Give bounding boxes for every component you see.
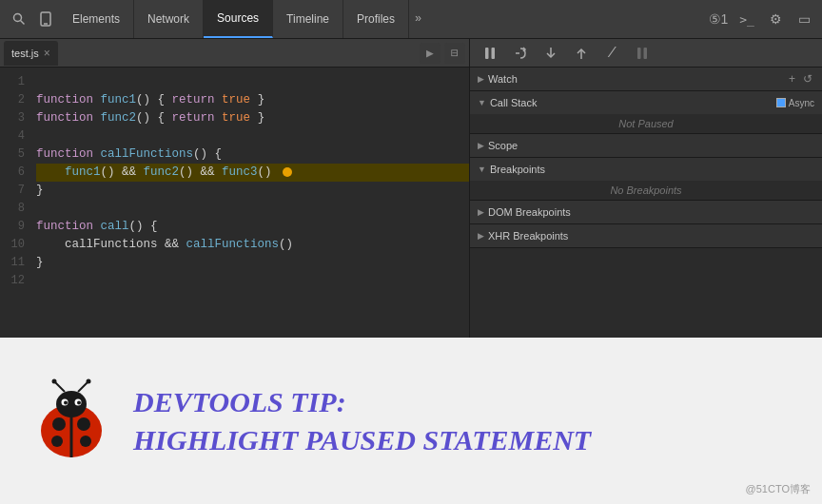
xhr-breakpoints-header[interactable]: ▶ XHR Breakpoints <box>470 224 822 247</box>
xhr-breakpoints-arrow: ▶ <box>478 231 484 241</box>
watch-section: ▶ Watch + ↺ <box>470 68 822 91</box>
svg-line-23 <box>78 382 88 392</box>
breakpoints-arrow: ▼ <box>478 165 486 174</box>
tab-profiles[interactable]: Profiles <box>343 0 409 38</box>
file-tabs-bar: test.js × ▶ ⊟ <box>0 39 469 68</box>
console-icon[interactable]: >_ <box>734 7 759 31</box>
pause-on-exceptions-btn[interactable] <box>630 41 655 66</box>
toolbar-right-controls: ⑤1 >_ ⚙ ▭ <box>706 7 816 31</box>
step-out-btn[interactable] <box>569 41 594 66</box>
debug-panel: ⁄ ▶ Watch + ↺ <box>470 39 822 338</box>
scope-section-header[interactable]: ▶ Scope <box>470 134 822 157</box>
tip-title: DevTools Tip: <box>133 385 591 419</box>
format-btn[interactable]: ⊟ <box>444 43 465 64</box>
scope-title: Scope <box>488 140 814 151</box>
watch-section-header[interactable]: ▶ Watch + ↺ <box>470 68 822 90</box>
dom-breakpoints-title: DOM Breakpoints <box>488 206 814 218</box>
code-line-9: function call() { <box>36 218 469 236</box>
tip-section: DevTools Tip: Highlight Paused Statement <box>0 338 822 504</box>
svg-line-22 <box>55 382 65 392</box>
ladybug-illustration <box>29 378 114 464</box>
deactivate-breakpoints-btn[interactable]: ⁄ <box>599 41 624 66</box>
svg-point-0 <box>14 14 22 22</box>
async-check[interactable] <box>776 98 786 107</box>
devtools-panel: test.js × ▶ ⊟ 1 2 3 4 5 6 7 8 9 10 11 <box>0 39 822 338</box>
svg-line-1 <box>21 21 25 25</box>
callstack-arrow: ▼ <box>478 98 486 107</box>
code-line-12 <box>36 272 469 290</box>
dom-breakpoints-section: ▶ DOM Breakpoints <box>470 201 822 224</box>
breakpoints-section-header[interactable]: ▼ Breakpoints <box>470 158 822 181</box>
step-over-btn[interactable] <box>508 41 533 66</box>
breakpoints-title: Breakpoints <box>490 164 814 175</box>
counter-badge[interactable]: ⑤1 <box>706 7 731 31</box>
code-line-2: function func1() { return true } <box>36 91 469 109</box>
breakpoint-marker <box>283 167 292 177</box>
code-line-4 <box>36 127 469 145</box>
tab-sources[interactable]: Sources <box>204 0 273 38</box>
watch-title: Watch <box>488 73 787 85</box>
svg-point-24 <box>52 378 57 383</box>
line-numbers: 1 2 3 4 5 6 7 8 9 10 11 12 <box>0 68 30 338</box>
file-tab-controls: ▶ ⊟ <box>420 43 465 64</box>
search-icon[interactable] <box>6 6 32 32</box>
watch-controls: + ↺ <box>787 72 814 86</box>
svg-point-16 <box>51 436 63 447</box>
callstack-section: ▼ Call Stack Async Not Paused <box>470 91 822 134</box>
breakpoints-section: ▼ Breakpoints No Breakpoints <box>470 158 822 201</box>
callstack-title: Call Stack <box>490 97 776 108</box>
run-snippet-btn[interactable]: ▶ <box>420 43 440 64</box>
more-tabs-button[interactable]: » <box>409 12 427 26</box>
callstack-section-header[interactable]: ▼ Call Stack Async <box>470 91 822 114</box>
code-line-6: func1() && func2() && func3() <box>36 164 469 182</box>
main-toolbar: Elements Network Sources Timeline Profil… <box>0 0 822 39</box>
scope-section: ▶ Scope <box>470 134 822 158</box>
code-lines: function func1() { return true } functio… <box>30 68 469 338</box>
watch-arrow: ▶ <box>478 74 484 84</box>
dom-breakpoints-header[interactable]: ▶ DOM Breakpoints <box>470 201 822 223</box>
code-line-7: } <box>36 182 469 200</box>
svg-point-21 <box>77 400 81 404</box>
svg-rect-4 <box>485 48 489 59</box>
dock-icon[interactable]: ▭ <box>792 7 816 31</box>
nav-tabs: Elements Network Sources Timeline Profil… <box>59 0 706 38</box>
step-into-btn[interactable] <box>538 41 563 66</box>
device-icon[interactable] <box>32 6 59 32</box>
svg-point-25 <box>87 378 91 383</box>
code-line-8 <box>36 200 469 218</box>
watermark: @51CTO博客 <box>746 482 811 496</box>
callstack-content: Not Paused <box>470 114 822 133</box>
tab-elements[interactable]: Elements <box>59 0 134 38</box>
debug-sections: ▶ Watch + ↺ ▼ Call Stack Async <box>470 68 822 338</box>
code-editor[interactable]: 1 2 3 4 5 6 7 8 9 10 11 12 function func… <box>0 68 469 338</box>
code-line-3: function func2() { return true } <box>36 109 469 127</box>
xhr-breakpoints-title: XHR Breakpoints <box>488 230 814 242</box>
tab-network[interactable]: Network <box>134 0 204 38</box>
svg-point-15 <box>77 417 90 431</box>
scope-arrow: ▶ <box>478 141 484 150</box>
svg-rect-5 <box>492 48 496 59</box>
svg-rect-10 <box>644 48 648 59</box>
async-checkbox[interactable]: Async <box>776 98 814 108</box>
code-line-5: function callFunctions() { <box>36 145 469 164</box>
svg-rect-9 <box>637 48 641 59</box>
code-section: test.js × ▶ ⊟ 1 2 3 4 5 6 7 8 9 10 11 <box>0 39 470 338</box>
dom-breakpoints-arrow: ▶ <box>478 207 484 217</box>
code-line-10: callFunctions && callFunctions() <box>36 236 469 254</box>
code-line-11: } <box>36 254 469 272</box>
pause-resume-btn[interactable] <box>478 41 502 66</box>
tab-timeline[interactable]: Timeline <box>273 0 343 38</box>
code-line-1 <box>36 73 469 91</box>
watch-refresh-btn[interactable]: ↺ <box>801 72 814 86</box>
breakpoints-content: No Breakpoints <box>470 181 822 200</box>
file-tab-name: test.js <box>11 48 39 59</box>
settings-icon[interactable]: ⚙ <box>763 7 788 31</box>
async-label: Async <box>789 98 814 108</box>
watch-add-btn[interactable]: + <box>787 72 797 86</box>
svg-point-14 <box>52 417 66 431</box>
svg-point-17 <box>80 436 91 447</box>
xhr-breakpoints-section: ▶ XHR Breakpoints <box>470 224 822 248</box>
file-tab-close[interactable]: × <box>44 47 50 60</box>
svg-point-20 <box>64 400 68 404</box>
file-tab-testjs[interactable]: test.js × <box>4 41 58 66</box>
